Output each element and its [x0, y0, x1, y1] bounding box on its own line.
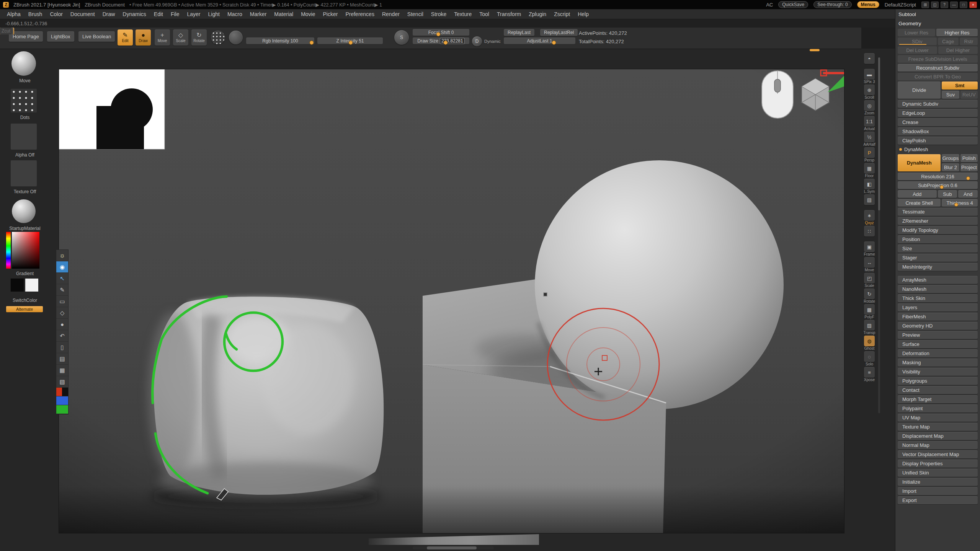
menu-edit[interactable]: Edit: [150, 11, 167, 17]
geometry-section-stager[interactable]: Stager: [898, 254, 978, 262]
subpalette-polypaint[interactable]: Polypaint: [898, 404, 978, 412]
shelf-scroll-indicator[interactable]: [810, 49, 820, 51]
view-tool-bpr[interactable]: ◓: [864, 53, 875, 68]
menu-movie[interactable]: Movie: [297, 11, 319, 17]
view-tool-icon[interactable]: ◎: [864, 100, 875, 111]
geometry-section-dynamic-subdiv[interactable]: Dynamic Subdiv: [898, 100, 978, 108]
window-minimize[interactable]: —: [950, 2, 958, 8]
focal-shift-dot[interactable]: [436, 32, 440, 36]
geometry-section-shadowbox[interactable]: ShadowBox: [898, 127, 978, 135]
quickbar-print[interactable]: ▤: [56, 353, 68, 365]
view-tool-icon[interactable]: 1:1: [864, 116, 875, 127]
quickbar-swatch-blue[interactable]: [56, 396, 68, 405]
menu-file[interactable]: File: [167, 11, 183, 17]
document-preview-thumbnail[interactable]: [59, 69, 165, 149]
menu-alpha[interactable]: Alpha: [3, 11, 24, 17]
create-shell-button[interactable]: Create Shell: [898, 199, 941, 207]
view-tool-icon[interactable]: ◰: [864, 273, 875, 284]
smt-toggle[interactable]: Smt: [942, 82, 978, 90]
scale-mode-button[interactable]: ◇Scale: [173, 29, 188, 46]
menu-layer[interactable]: Layer: [183, 11, 204, 17]
view-tool-icon[interactable]: ≡: [864, 367, 875, 378]
thickness-dot[interactable]: [954, 203, 958, 207]
secondary-color-swatch[interactable]: [25, 278, 39, 292]
view-tool-icon[interactable]: ▬: [864, 69, 875, 80]
horizontal-scrollbar[interactable]: [427, 546, 477, 549]
menu-light[interactable]: Light: [204, 11, 224, 17]
view-tool-ghost[interactable]: ◍Ghost: [864, 336, 875, 350]
geometry-section-crease[interactable]: Crease: [898, 118, 978, 126]
live-boolean-button[interactable]: Live Boolean: [78, 31, 115, 42]
rstr-button[interactable]: Rstr: [960, 37, 978, 45]
view-tool-icon[interactable]: P: [864, 147, 875, 158]
menu-tool[interactable]: Tool: [475, 11, 493, 17]
subpalette-import[interactable]: Import: [898, 487, 978, 495]
subpalette-arraymesh[interactable]: ArrayMesh: [898, 276, 978, 284]
window-panels[interactable]: ◫: [931, 2, 939, 8]
view-tool-icon[interactable]: ▨: [864, 320, 875, 331]
divide-button[interactable]: Divide: [898, 82, 941, 99]
subpalette-normal-map[interactable]: Normal Map: [898, 441, 978, 449]
view-tool-icon[interactable]: ◧: [864, 179, 875, 189]
quickbar-eraser[interactable]: ◇: [56, 307, 68, 319]
view-tool-uv-grid[interactable]: ▤: [864, 194, 875, 209]
resolution-dot[interactable]: [966, 176, 970, 180]
canvas-viewport[interactable]: [59, 69, 844, 533]
menus-toggle[interactable]: Menus: [857, 1, 879, 8]
menu-help[interactable]: Help: [574, 11, 593, 17]
subpalette-initialize[interactable]: Initialize: [898, 478, 978, 486]
menu-texture[interactable]: Texture: [450, 11, 475, 17]
groups-toggle[interactable]: Groups: [942, 154, 959, 162]
quicksave-button[interactable]: QuickSave: [778, 1, 808, 8]
view-tool-icon[interactable]: ◓: [864, 53, 875, 64]
convert-bpr-button[interactable]: Convert BPR To Geo: [898, 73, 978, 80]
menu-transform[interactable]: Transform: [493, 11, 525, 17]
subpalette-displacement-map[interactable]: Displacement Map: [898, 432, 978, 440]
menu-zplugin[interactable]: Zplugin: [525, 11, 550, 17]
dynamic-label[interactable]: Dynamic: [484, 39, 501, 44]
rgb-intensity-slider[interactable]: Rgb Intensity 100: [246, 37, 314, 44]
quickbar-pencil[interactable]: ✎: [56, 284, 68, 296]
view-tool-xpose[interactable]: ≡Xpose: [864, 367, 875, 382]
quickbar-lightbulb[interactable]: ☼: [56, 250, 68, 261]
view-tool-rotate-3d[interactable]: ↻Rotate: [864, 289, 875, 303]
higher-res-button[interactable]: Higher Res: [936, 29, 978, 36]
subpalette-unified-skin[interactable]: Unified Skin: [898, 469, 978, 477]
z-intensity-dot[interactable]: [349, 41, 353, 45]
menu-draw[interactable]: Draw: [99, 11, 119, 17]
and-mode-button[interactable]: And: [958, 190, 978, 198]
geometry-section-zremesher[interactable]: ZRemesher: [898, 217, 978, 225]
lightbox-button[interactable]: LightBox: [47, 31, 74, 42]
menu-dynamics[interactable]: Dynamics: [119, 11, 150, 17]
vertical-scrollbar-handle[interactable]: [878, 57, 880, 210]
subpalette-deformation[interactable]: Deformation: [898, 349, 978, 357]
quickbar-swatch-green[interactable]: [56, 405, 68, 414]
view-tool-icon[interactable]: ↔: [864, 257, 875, 268]
dynamic-d-button[interactable]: D: [472, 36, 482, 46]
polish-toggle[interactable]: Polish: [960, 154, 978, 162]
reuv-button[interactable]: ReUV: [960, 91, 978, 99]
quickbar-visibility-eye[interactable]: ◉: [56, 261, 68, 273]
geometry-section-claypolish[interactable]: ClayPolish: [898, 137, 978, 145]
default-zscript-button[interactable]: DefaultZScript: [885, 2, 916, 8]
subtool-palette-header[interactable]: Subtool: [898, 10, 977, 18]
subpalette-vector-displacement-map[interactable]: Vector Displacement Map: [898, 450, 978, 458]
blur-slider[interactable]: Blur 2: [942, 163, 959, 171]
subpalette-surface[interactable]: Surface: [898, 340, 978, 348]
view-tool-icon[interactable]: ◌: [864, 351, 875, 362]
main-color-swatch[interactable]: [10, 278, 24, 292]
startup-material-thumbnail[interactable]: [12, 199, 36, 223]
subpalette-fibermesh[interactable]: FiberMesh: [898, 313, 978, 321]
chip-zcut[interactable]: Zcut: [0, 28, 12, 34]
view-tool-icon[interactable]: ◍: [864, 336, 875, 346]
view-tool-icon[interactable]: ∷: [864, 226, 875, 236]
view-tool-icon[interactable]: ▦: [864, 163, 875, 174]
stroke-dots-thumbnail[interactable]: [10, 88, 37, 113]
quickbar-undo[interactable]: ↶: [56, 330, 68, 342]
subpalette-polygroups[interactable]: Polygroups: [898, 377, 978, 385]
view-tool-actual[interactable]: 1:1Actual: [864, 116, 875, 131]
alpha-picker[interactable]: [229, 31, 243, 44]
view-tool-icon[interactable]: ↻: [864, 289, 875, 299]
subpalette-visibility[interactable]: Visibility: [898, 368, 978, 376]
reconstruct-subdiv-button[interactable]: Reconstruct Subdiv: [898, 64, 978, 72]
